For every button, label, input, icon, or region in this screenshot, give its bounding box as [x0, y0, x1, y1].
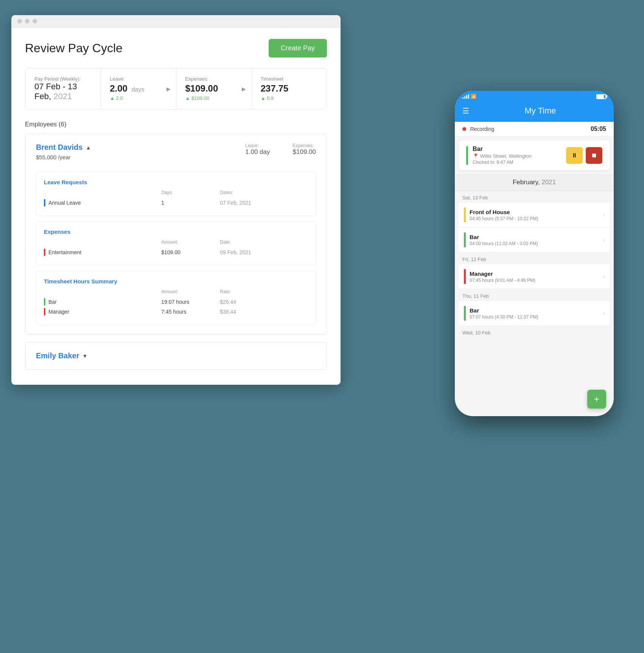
- timeline[interactable]: Sat, 13 Feb Front of House 04:45 hours (…: [455, 191, 614, 416]
- foh-arrow: ›: [603, 212, 605, 218]
- titlebar: [11, 15, 341, 28]
- leave-delta: 2.0: [110, 95, 166, 101]
- manager-color-bar: [44, 308, 45, 316]
- expenses-label: Expenses:: [185, 76, 242, 82]
- leave-summary-item[interactable]: Leave: 2.00 days 2.0 ▶: [101, 68, 176, 109]
- shift-actions: ⏸ ⏹: [566, 147, 602, 164]
- manager-fri-bar: [464, 269, 466, 284]
- shift-location: 📍 Willis Street, Wellington: [473, 153, 562, 159]
- hamburger-icon[interactable]: ☰: [462, 106, 469, 115]
- bar-sat-arrow: ›: [603, 237, 605, 243]
- leave-requests-title: Leave Requests: [44, 179, 308, 185]
- manager-fri-arrow: ›: [603, 274, 605, 280]
- pay-period-label: Pay Period (Weekly):: [34, 76, 91, 82]
- battery-icon: [596, 94, 606, 99]
- expenses-section: Expenses Amount: Date: Entertainment $10…: [36, 221, 316, 266]
- dot-close: [17, 19, 22, 23]
- timesheet-value: 237.75: [261, 83, 317, 94]
- status-bar: 📶: [455, 91, 614, 102]
- fab-button[interactable]: +: [587, 390, 606, 409]
- timesheet-section: Timesheet Hours Summary Amount: Rate: Ba…: [36, 271, 316, 325]
- expense-row-entertainment: Entertainment $109.00 09 Feb, 2021: [44, 249, 308, 256]
- pause-icon: ⏸: [571, 152, 577, 159]
- stop-icon: ⏹: [591, 152, 597, 159]
- foh-info: Front of House 04:45 hours (5:37 PM - 10…: [470, 209, 599, 221]
- summary-card: Pay Period (Weekly): 07 Feb - 13 Feb, 20…: [25, 68, 327, 109]
- phone-screen: 📶 ☰ My Time Recording 05:05: [455, 91, 614, 416]
- bar-sat-color-bar: [464, 232, 466, 247]
- leave-row-annual: Annual Leave 1 07 Feb, 2021: [44, 199, 308, 207]
- day-thu-11: Thu, 11 Feb: [455, 289, 614, 301]
- brent-meta: Leave: 1.00 day Expenses: $109.00: [245, 143, 316, 156]
- entry-bar-thu[interactable]: Bar 07:07 hours (4:30 PM - 11:37 PM) ›: [459, 301, 610, 326]
- pause-button[interactable]: ⏸: [566, 147, 583, 164]
- entry-manager-fri[interactable]: Manager 07:45 hours (9:01 AM - 4:46 PM) …: [459, 264, 610, 289]
- signal-bar-2: [464, 96, 465, 99]
- entry-bar-sat[interactable]: Bar 04:00 hours (11:02 AM - 3:02 PM) ›: [459, 228, 610, 252]
- recording-label: Recording: [470, 126, 494, 132]
- brent-toggle[interactable]: ▲: [86, 145, 91, 151]
- dot-maximize: [33, 19, 37, 23]
- current-shift-card: Bar 📍 Willis Street, Wellington Clocked …: [459, 140, 610, 170]
- timesheet-table-header: Amount: Rate:: [44, 289, 308, 295]
- create-pay-button[interactable]: Create Pay: [269, 39, 327, 58]
- app-header: ☰ My Time: [455, 102, 614, 122]
- manager-fri-info: Manager 07:45 hours (9:01 AM - 4:46 PM): [470, 271, 599, 283]
- leave-nav-arrow: ▶: [166, 86, 171, 92]
- brent-header: Brent Davids ▲: [36, 143, 91, 152]
- dot-minimize: [25, 19, 30, 23]
- brent-leave-meta: Leave: 1.00 day: [245, 143, 270, 156]
- leave-requests-section: Leave Requests Days: Dates: Annual Leave…: [36, 172, 316, 216]
- month-header: February, 2021: [455, 174, 614, 191]
- wifi-icon: 📶: [471, 94, 476, 99]
- signal-bar-3: [466, 95, 467, 99]
- expenses-value: $109.00: [185, 83, 242, 94]
- timesheet-row-manager: Manager 7:45 hours $38.44: [44, 308, 308, 316]
- bar-sat-info: Bar 04:00 hours (11:02 AM - 3:02 PM): [470, 234, 599, 246]
- status-right: [596, 94, 606, 99]
- brent-name[interactable]: Brent Davids: [36, 143, 82, 152]
- expenses-table-header: Amount: Date:: [44, 239, 308, 246]
- bar-thu-arrow: ›: [603, 310, 605, 316]
- status-left: 📶: [462, 94, 476, 99]
- entry-front-of-house[interactable]: Front of House 04:45 hours (5:37 PM - 10…: [459, 203, 610, 227]
- emily-baker-card: Emily Baker ▼: [25, 342, 327, 370]
- mobile-phone: 📶 ☰ My Time Recording 05:05: [455, 91, 614, 416]
- pay-period-value: 07 Feb - 13 Feb, 2021: [34, 82, 91, 101]
- timesheet-row-bar: Bar 19:07 hours $26.44: [44, 298, 308, 306]
- brent-salary: $55,000 /year: [36, 154, 91, 160]
- signal-bar-4: [468, 94, 469, 99]
- signal-bar-1: [462, 97, 464, 99]
- shift-clocked-in: Clocked In: 9:47 AM: [473, 160, 562, 165]
- desktop-window: Review Pay Cycle Create Pay Pay Period (…: [11, 15, 341, 385]
- phone-wrapper: 📶 ☰ My Time Recording 05:05: [455, 91, 614, 488]
- stop-button[interactable]: ⏹: [586, 147, 602, 164]
- day-sat-13: Sat, 13 Feb: [455, 191, 614, 203]
- bar-thu-bar: [464, 306, 466, 321]
- employees-section-header: Employees (6): [25, 121, 327, 128]
- foh-color-bar: [464, 207, 466, 222]
- expenses-summary-item[interactable]: Expenses: $109.00 $109.00 ▶: [176, 68, 252, 109]
- timesheet-summary-item: Timesheet 237.75 0.8: [252, 68, 327, 109]
- battery-fill: [597, 95, 604, 98]
- annual-leave-bar: [44, 199, 45, 207]
- recording-dot: [462, 127, 466, 131]
- timesheet-label: Timesheet: [261, 76, 317, 82]
- day-wed-10: Wed, 10 Feb: [455, 326, 614, 338]
- emily-toggle[interactable]: ▼: [82, 353, 88, 359]
- brent-davids-card: Brent Davids ▲ $55,000 /year Leave: 1.00…: [25, 134, 327, 334]
- leave-table-header: Days: Dates:: [44, 190, 308, 196]
- bar-color-bar: [44, 298, 45, 306]
- recording-indicator: Recording: [462, 126, 494, 132]
- page-header: Review Pay Cycle Create Pay: [25, 39, 327, 58]
- pay-period-item: Pay Period (Weekly): 07 Feb - 13 Feb, 20…: [25, 68, 101, 109]
- leave-value: 2.00 days: [110, 83, 166, 94]
- emily-name[interactable]: Emily Baker: [36, 351, 79, 360]
- signal-bars: [462, 94, 469, 99]
- recording-time: 05:05: [591, 126, 606, 132]
- expenses-title: Expenses: [44, 229, 308, 235]
- entertainment-bar: [44, 249, 45, 256]
- shift-color-bar: [466, 146, 468, 165]
- shift-name: Bar: [473, 146, 562, 152]
- bar-thu-info: Bar 07:07 hours (4:30 PM - 11:37 PM): [470, 307, 599, 320]
